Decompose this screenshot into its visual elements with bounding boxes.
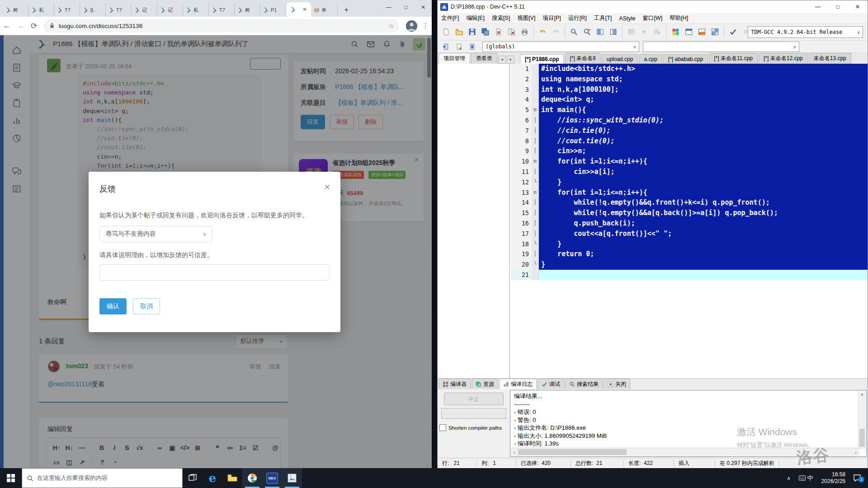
menu-W[interactable]: 窗口[W] xyxy=(639,14,666,22)
log-vertical-scrollbar[interactable]: ∧ xyxy=(858,391,866,449)
close-all-button[interactable] xyxy=(505,25,518,38)
goto-implementation-button[interactable] xyxy=(466,40,479,53)
tab-class-view[interactable]: 查看类 xyxy=(471,53,497,64)
reload-button[interactable]: ⟳ xyxy=(27,21,41,31)
file-tab[interactable]: a.cpp xyxy=(639,54,662,64)
menu-V[interactable]: 视图[V] xyxy=(514,14,539,22)
browser-tab[interactable]: [L xyxy=(80,3,106,17)
fold-marker[interactable]: ⊟ xyxy=(532,105,539,115)
browser-tab[interactable]: T7 xyxy=(209,3,235,17)
browser-menu-button[interactable]: ⋮ xyxy=(420,22,432,30)
goto-declaration-button[interactable] xyxy=(439,40,453,53)
menu-H[interactable]: 帮助[H] xyxy=(666,14,692,22)
browser-tab[interactable]: 私 xyxy=(28,3,54,17)
menu-S[interactable]: 搜索[S] xyxy=(488,14,514,22)
browser-tab[interactable]: P1 xyxy=(260,3,286,17)
address-bar[interactable]: luogu.com.cn/discuss/1253136 ☆ xyxy=(43,19,400,33)
file-tab[interactable]: [*] P1886.cpp xyxy=(520,54,564,64)
ide-maximize-button[interactable]: □ xyxy=(828,0,848,13)
tabs-scroll-right-button[interactable]: ▸ xyxy=(507,56,514,64)
stop-button[interactable] xyxy=(695,25,708,38)
ide-minimize-button[interactable]: — xyxy=(808,0,828,13)
globals-select[interactable]: (globals) ∨ xyxy=(482,42,639,52)
undo-button[interactable] xyxy=(536,25,549,38)
browser-tab[interactable]: T7 xyxy=(54,3,80,17)
browser-tab[interactable]: 树 xyxy=(3,3,28,17)
browser-tab[interactable]: 单 xyxy=(311,3,338,17)
close-file-button[interactable] xyxy=(492,25,505,38)
browser-close-button[interactable]: ✕ xyxy=(415,0,432,14)
fold-marker[interactable]: ⊟ xyxy=(532,188,539,198)
open-file-button[interactable] xyxy=(453,25,466,38)
browser-tab[interactable]: 树 xyxy=(235,3,260,17)
save-all-button[interactable] xyxy=(479,25,492,38)
menu-R[interactable]: 运行[R] xyxy=(565,14,590,22)
bottom-tab-tclose[interactable]: 关闭 xyxy=(604,379,630,389)
edge-app-button[interactable]: e xyxy=(203,468,222,488)
checkbox-icon[interactable] xyxy=(439,424,446,431)
file-tab[interactable]: upload.cpp xyxy=(602,54,638,64)
bottom-tab-tres[interactable]: 资源 xyxy=(472,379,498,389)
chrome-app-button[interactable] xyxy=(242,468,262,488)
tabs-scroll-left-button[interactable]: ◂ xyxy=(498,56,506,64)
browser-tab[interactable]: T7 xyxy=(106,3,132,17)
new-file-button[interactable] xyxy=(439,25,453,38)
bookmark-star-icon[interactable]: ☆ xyxy=(388,22,394,29)
shorten-paths-checkbox[interactable]: Shorten compiler paths xyxy=(439,424,502,431)
scroll-up-icon[interactable]: ∧ xyxy=(859,391,866,398)
devcpp-app-button[interactable]: DEV xyxy=(262,468,282,488)
taskbar-search-box[interactable]: 在这里输入你要搜索的内容 xyxy=(22,468,183,488)
file-tab[interactable]: [*] 未命名12.cpp xyxy=(759,53,808,64)
feedback-reason-input[interactable] xyxy=(99,264,330,281)
cancel-button[interactable]: 取消 xyxy=(133,298,160,314)
members-select[interactable]: ∨ xyxy=(643,42,799,52)
save-button[interactable] xyxy=(466,25,479,38)
bottom-tab-tcomp[interactable]: 编译器 xyxy=(439,379,471,389)
fold-marker[interactable]: ⊟ xyxy=(532,156,539,167)
scrollbar-thumb[interactable] xyxy=(859,429,865,447)
scrollbar-thumb[interactable] xyxy=(518,449,627,455)
feedback-reason-select[interactable]: 辱骂与不友善内容 ∨ xyxy=(99,226,212,242)
start-button[interactable] xyxy=(0,468,22,488)
bottom-tab-tsearch[interactable]: 搜索结果 xyxy=(565,379,603,389)
back-button[interactable]: ← xyxy=(0,21,14,30)
window-layout-button[interactable] xyxy=(708,25,722,38)
ime-indicator[interactable]: 中 xyxy=(795,474,817,482)
modal-close-icon[interactable]: ✕ xyxy=(324,183,330,192)
file-tab[interactable]: 未命名13.cpp xyxy=(809,53,851,64)
compiler-select[interactable]: TDM-GCC 4.9.2 64-bit Release ∨ xyxy=(748,26,863,38)
debug-window-button[interactable] xyxy=(682,25,695,38)
file-tab[interactable]: [*] ababab.cpp xyxy=(663,54,708,64)
split-columns-button[interactable] xyxy=(594,25,607,38)
bottom-tab-tdbg[interactable]: 调试 xyxy=(538,379,564,389)
replace-button[interactable] xyxy=(580,25,594,38)
file-tab[interactable]: [*] 未命名8 xyxy=(565,53,600,64)
tab-close-icon[interactable]: ✕ xyxy=(302,6,307,13)
browser-tab[interactable]: 记 xyxy=(157,3,183,17)
abort-compile-button[interactable]: 中止 xyxy=(444,393,504,405)
taskbar-clock[interactable]: 16:58 2026/2/25 xyxy=(817,471,850,485)
code-editor[interactable]: 1#include<bits/stdc++.h>2using namespace… xyxy=(511,64,868,378)
scroll-left-icon[interactable]: ‹ xyxy=(511,450,518,455)
find-button[interactable] xyxy=(567,25,580,38)
browser-minimize-button[interactable]: — xyxy=(380,0,397,14)
photos-app-button[interactable] xyxy=(282,468,302,488)
browser-maximize-button[interactable]: □ xyxy=(397,0,415,14)
menu-T[interactable]: 工具[T] xyxy=(590,14,616,22)
bottom-tab-tlog[interactable]: 编译日志 xyxy=(499,379,537,389)
syntax-check-button[interactable] xyxy=(726,25,740,38)
file-tab[interactable]: [*] 未命名11.cpp xyxy=(709,53,758,64)
new-class-button[interactable] xyxy=(453,40,466,53)
notification-center-button[interactable]: 2 xyxy=(850,474,868,483)
print-button[interactable] xyxy=(518,25,531,38)
confirm-button[interactable]: 确认 xyxy=(99,298,127,314)
tab-project-manager[interactable]: 项目管理 xyxy=(439,53,470,64)
ide-close-button[interactable]: ✕ xyxy=(848,0,868,13)
new-tab-button[interactable]: + xyxy=(340,4,352,16)
scroll-right-icon[interactable]: › xyxy=(852,450,859,455)
browser-tab-active[interactable]: ✕ xyxy=(286,2,311,17)
browser-tab[interactable]: 私 xyxy=(183,3,209,17)
forward-button[interactable]: → xyxy=(14,21,27,30)
swap-header-button[interactable] xyxy=(607,25,620,38)
tray-expand-icon[interactable]: ∧ xyxy=(783,475,795,481)
